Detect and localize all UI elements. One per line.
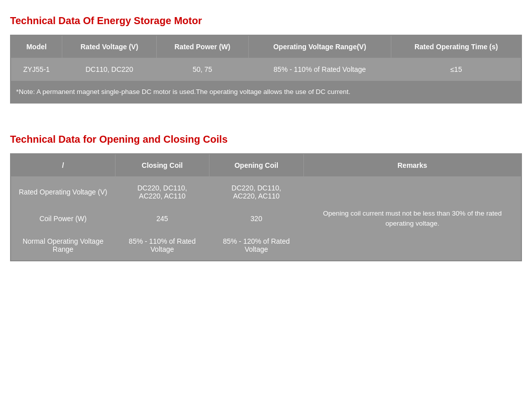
section2-table: / Closing Coil Opening Coil Remarks Rate…	[10, 153, 522, 261]
cell-rated-power: 50, 75	[157, 58, 249, 81]
section1-table: Model Rated Voltage (V) Rated Power (W) …	[10, 35, 522, 104]
cell-closing-voltage-range: 85% - 110% of Rated Voltage	[115, 230, 209, 261]
cell-rated-operating-voltage-label: Rated Operating Voltage (V)	[11, 177, 115, 208]
col-remarks: Remarks	[303, 154, 521, 177]
table-row: ZYJ55-1 DC110, DC220 50, 75 85% - 110% o…	[11, 58, 521, 81]
col-model: Model	[11, 35, 62, 58]
col-closing-coil: Closing Coil	[115, 154, 209, 177]
table1-header-row: Model Rated Voltage (V) Rated Power (W) …	[11, 35, 521, 58]
section-energy-storage-motor: Technical Data Of Energy Storage Motor M…	[10, 15, 522, 104]
cell-opening-voltage: DC220, DC110,AC220, AC110	[209, 177, 303, 208]
cell-rated-operating-time: ≤15	[391, 58, 521, 81]
cell-model: ZYJ55-1	[11, 58, 62, 81]
col-rated-operating-time: Rated Operating Time (s)	[391, 35, 521, 58]
col-operating-voltage-range: Operating Voltage Range(V)	[248, 35, 391, 58]
section2-title: Technical Data for Opening and Closing C…	[10, 134, 522, 145]
cell-coil-power-label: Coil Power (W)	[11, 208, 115, 230]
table2-header-row: / Closing Coil Opening Coil Remarks	[11, 154, 521, 177]
col-opening-coil: Opening Coil	[209, 154, 303, 177]
cell-opening-voltage-range: 85% - 120% of Rated Voltage	[209, 230, 303, 261]
table-row: Rated Operating Voltage (V) DC220, DC110…	[11, 177, 521, 208]
cell-closing-power: 245	[115, 208, 209, 230]
col-rated-voltage: Rated Voltage (V)	[62, 35, 157, 58]
cell-normal-voltage-range-label: Normal Operating Voltage Range	[11, 230, 115, 261]
section-opening-closing-coils: Technical Data for Opening and Closing C…	[10, 134, 522, 261]
cell-operating-voltage-range: 85% - 110% of Rated Voltage	[248, 58, 391, 81]
cell-rated-voltage: DC110, DC220	[62, 58, 157, 81]
cell-remarks: Opening coil current must not be less th…	[303, 177, 521, 261]
col-slash: /	[11, 154, 115, 177]
note-row: *Note: A permanent magnet single-phase D…	[11, 81, 521, 104]
cell-closing-voltage: DC220, DC110,AC220, AC110	[115, 177, 209, 208]
table1-note: *Note: A permanent magnet single-phase D…	[11, 81, 521, 104]
col-rated-power: Rated Power (W)	[157, 35, 249, 58]
section1-title: Technical Data Of Energy Storage Motor	[10, 15, 522, 27]
cell-opening-power: 320	[209, 208, 303, 230]
